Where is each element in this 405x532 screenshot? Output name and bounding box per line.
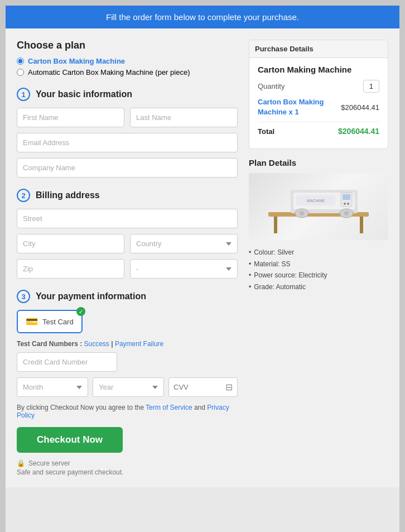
- right-column: Purchase Details Carton Making Machine Q…: [249, 40, 388, 476]
- secure-footer: 🔒 Secure server: [17, 459, 238, 467]
- email-input[interactable]: [17, 133, 238, 152]
- svg-rect-1: [274, 217, 277, 233]
- test-card-numbers: Test Card Numbers : Success | Payment Fa…: [17, 340, 238, 348]
- terms-of-service-link[interactable]: Term of Service: [146, 404, 192, 411]
- card-check-icon: ✓: [76, 307, 85, 316]
- month-year-cvv-row: Month 01 02 03 04 05 06 07 08 09 10 11 1…: [17, 377, 238, 397]
- credit-card-row: [17, 352, 238, 372]
- street-input[interactable]: [17, 209, 238, 228]
- checkmark-icon: ✓: [79, 309, 83, 315]
- basic-info-title: Your basic information: [36, 89, 132, 99]
- plan-option-2-label: Automatic Carton Box Making Machine (per…: [28, 68, 190, 76]
- card-option-wrapper: 💳 Test Card ✓: [17, 310, 238, 333]
- cvv-card-icon: ⊟: [225, 382, 233, 392]
- quantity-label: Quantity: [258, 82, 285, 90]
- first-name-input[interactable]: [17, 108, 124, 127]
- success-link[interactable]: Success: [84, 340, 109, 348]
- last-name-input[interactable]: [130, 108, 238, 127]
- test-card-prefix: Test Card Numbers :: [17, 340, 84, 348]
- top-banner: Fill the order form below to complete yo…: [6, 6, 399, 28]
- plan-details-title: Plan Details: [249, 158, 388, 167]
- payment-info-header: 3 Your payment information: [17, 290, 238, 303]
- city-country-row: Country: [17, 234, 238, 253]
- section-2-number: 2: [17, 189, 30, 202]
- email-row: [17, 133, 238, 152]
- svg-point-14: [344, 211, 349, 215]
- lock-icon: 🔒: [17, 459, 25, 467]
- year-select[interactable]: Year 2024 2025 2026 2027 2028: [93, 377, 164, 397]
- svg-rect-8: [343, 194, 350, 200]
- credit-card-input[interactable]: [17, 352, 117, 372]
- total-label: Total: [258, 127, 274, 136]
- plan-details-section: Plan Details: [249, 158, 388, 293]
- checkout-button[interactable]: Checkout Now: [17, 427, 123, 453]
- plan-option-2[interactable]: Automatic Carton Box Making Machine (per…: [17, 68, 238, 76]
- month-select[interactable]: Month 01 02 03 04 05 06 07 08 09 10 11 1…: [17, 377, 88, 397]
- choose-plan-section: Choose a plan Carton Box Making Machine …: [17, 40, 238, 76]
- feature-grade: Grade: Automatic: [249, 281, 388, 293]
- company-row: [17, 158, 238, 178]
- svg-text:MACHINE: MACHINE: [307, 199, 325, 203]
- name-row: [17, 108, 238, 127]
- svg-point-9: [344, 203, 346, 205]
- choose-plan-title: Choose a plan: [17, 40, 238, 51]
- payment-info-title: Your payment information: [36, 291, 146, 301]
- feature-power: Power source: Electricity: [249, 270, 388, 281]
- section-1-number: 1: [17, 88, 30, 101]
- state-select[interactable]: -: [130, 259, 238, 279]
- cvv-wrapper: ⊟: [168, 377, 238, 397]
- machine-svg: MACHINE: [249, 173, 388, 240]
- purchase-product-name: Carton Making Machine: [258, 65, 379, 74]
- test-card-option[interactable]: 💳 Test Card ✓: [17, 310, 83, 333]
- svg-rect-2: [360, 217, 363, 233]
- zip-state-row: -: [17, 259, 238, 279]
- test-card-label: Test Card: [42, 318, 74, 326]
- feature-colour: Colour: Silver: [249, 247, 388, 258]
- billing-address-header: 2 Billing address: [17, 189, 238, 202]
- credit-card-icon: 💳: [26, 315, 38, 328]
- left-column: Choose a plan Carton Box Making Machine …: [17, 40, 249, 476]
- payment-failure-link[interactable]: Payment Failure: [115, 340, 163, 348]
- secure-note: Safe and secure payment checkout.: [17, 468, 238, 476]
- city-input[interactable]: [17, 234, 124, 253]
- terms-text: By clicking Checkout Now you agree to th…: [17, 404, 238, 419]
- banner-text: Fill the order form below to complete yo…: [106, 12, 299, 22]
- plan-radio-2[interactable]: [17, 69, 24, 76]
- svg-point-13: [300, 211, 304, 215]
- total-row: Total $206044.41: [258, 122, 379, 136]
- separator: |: [111, 340, 115, 348]
- plan-features-list: Colour: Silver Material: SS Power source…: [249, 247, 388, 293]
- terms-and: and: [194, 404, 207, 411]
- billing-address-title: Billing address: [36, 190, 100, 200]
- street-row: [17, 209, 238, 228]
- cvv-input[interactable]: [173, 378, 222, 396]
- terms-prefix: By clicking Checkout Now you agree to th…: [17, 404, 146, 411]
- line-item-price: $206044.41: [341, 103, 379, 112]
- main-content: Choose a plan Carton Box Making Machine …: [6, 28, 399, 487]
- company-name-input[interactable]: [17, 158, 238, 178]
- country-select[interactable]: Country: [130, 234, 238, 253]
- line-item-label: Carton Box MakingMachine x 1: [258, 97, 324, 117]
- line-item-row: Carton Box MakingMachine x 1 $206044.41: [258, 97, 379, 117]
- purchase-details-title: Purchase Details: [249, 40, 388, 58]
- section-3-number: 3: [17, 290, 30, 303]
- machine-image: MACHINE: [249, 173, 388, 240]
- secure-server-text: Secure server: [28, 459, 70, 467]
- zip-input[interactable]: [17, 259, 124, 279]
- quantity-value: 1: [363, 80, 379, 93]
- plan-option-1-label: Carton Box Making Machine: [28, 57, 125, 65]
- basic-info-header: 1 Your basic information: [17, 88, 238, 101]
- plan-option-1[interactable]: Carton Box Making Machine: [17, 57, 238, 65]
- quantity-row: Quantity 1: [258, 80, 379, 93]
- page-wrapper: Fill the order form below to complete yo…: [6, 6, 399, 532]
- purchase-details-card: Purchase Details Carton Making Machine Q…: [249, 40, 388, 149]
- total-price: $206044.41: [338, 127, 379, 136]
- feature-material: Material: SS: [249, 258, 388, 270]
- plan-radio-1[interactable]: [17, 57, 24, 65]
- svg-point-10: [347, 203, 349, 205]
